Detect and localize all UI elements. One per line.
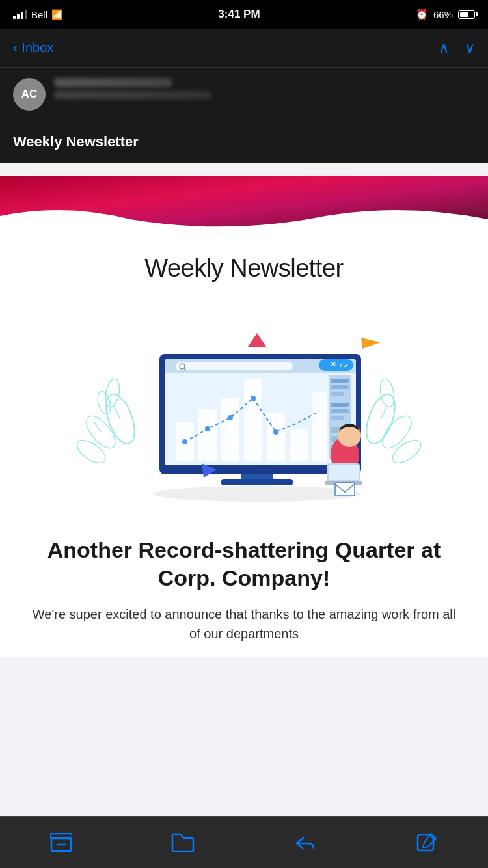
email-header: AC <box>0 68 488 124</box>
svg-rect-22 <box>331 379 349 383</box>
prev-message-button[interactable]: ∧ <box>439 40 449 57</box>
email-content: Weekly Newsletter <box>0 176 488 709</box>
battery-icon <box>458 10 475 19</box>
sender-email <box>55 91 211 99</box>
subject-bar: Weekly Newsletter <box>0 124 488 163</box>
svg-rect-26 <box>331 409 349 413</box>
signal-icon <box>13 10 27 19</box>
subject-line: Weekly Newsletter <box>13 133 475 150</box>
svg-marker-55 <box>247 333 267 347</box>
folder-button[interactable] <box>163 823 202 862</box>
svg-line-1 <box>114 406 120 419</box>
svg-line-8 <box>381 406 387 419</box>
svg-point-12 <box>153 486 361 502</box>
gray-spacer <box>0 163 488 176</box>
svg-rect-59 <box>50 834 72 839</box>
back-label: Inbox <box>21 40 53 55</box>
svg-marker-56 <box>361 338 381 349</box>
status-left: Bell 📶 <box>13 9 62 20</box>
sender-info <box>55 78 475 99</box>
svg-point-9 <box>377 411 416 453</box>
email-body: Weekly Newsletter <box>0 176 488 657</box>
wifi-icon: 📶 <box>51 9 62 20</box>
svg-rect-25 <box>331 403 349 407</box>
svg-point-4 <box>74 436 109 467</box>
email-body-text: We're super excited to announce that tha… <box>0 604 488 657</box>
status-bar: Bell 📶 3:41 PM ⏰ 66% <box>0 0 488 29</box>
svg-rect-24 <box>331 392 344 396</box>
newsletter-illustration: 👁 75 <box>55 302 433 510</box>
svg-point-38 <box>182 439 187 444</box>
svg-point-11 <box>378 378 396 409</box>
newsletter-title: Weekly Newsletter <box>0 235 488 289</box>
svg-rect-54 <box>335 483 355 496</box>
wave-banner <box>0 176 488 235</box>
svg-rect-27 <box>331 416 344 420</box>
battery-percent: 66% <box>433 9 453 20</box>
svg-text:👁 75: 👁 75 <box>330 360 347 368</box>
svg-rect-18 <box>176 362 293 370</box>
svg-rect-35 <box>267 413 285 461</box>
svg-rect-52 <box>329 465 359 480</box>
svg-point-10 <box>389 436 425 467</box>
back-button[interactable]: ‹ Inbox <box>13 40 53 57</box>
nav-actions: ∧ ∨ <box>439 40 475 57</box>
status-right: ⏰ 66% <box>416 8 475 20</box>
svg-point-42 <box>273 429 278 435</box>
svg-point-5 <box>103 378 121 409</box>
svg-point-40 <box>228 415 233 420</box>
svg-rect-23 <box>331 385 349 389</box>
reply-button[interactable] <box>286 823 325 862</box>
svg-rect-14 <box>221 479 293 485</box>
bottom-toolbar <box>0 816 488 868</box>
svg-rect-32 <box>198 409 217 461</box>
compose-button[interactable] <box>407 823 446 862</box>
svg-rect-37 <box>312 392 327 461</box>
svg-point-41 <box>251 396 256 401</box>
nav-bar: ‹ Inbox ∧ ∨ <box>0 29 488 68</box>
carrier-label: Bell <box>31 9 47 20</box>
svg-rect-33 <box>221 398 239 461</box>
svg-rect-34 <box>244 379 262 461</box>
sender-avatar: AC <box>13 78 46 111</box>
alarm-icon: ⏰ <box>416 8 428 20</box>
svg-rect-36 <box>290 429 308 461</box>
next-message-button[interactable]: ∨ <box>465 40 475 57</box>
illustration-area: 👁 75 <box>0 289 488 530</box>
back-chevron-icon: ‹ <box>13 40 18 57</box>
email-headline: Another Record-shattering Quarter at Cor… <box>0 530 488 604</box>
svg-point-6 <box>96 390 113 415</box>
time-display: 3:41 PM <box>218 8 260 21</box>
svg-line-3 <box>94 422 101 432</box>
svg-point-39 <box>205 426 210 431</box>
sender-name <box>55 78 172 87</box>
archive-button[interactable] <box>42 823 81 862</box>
